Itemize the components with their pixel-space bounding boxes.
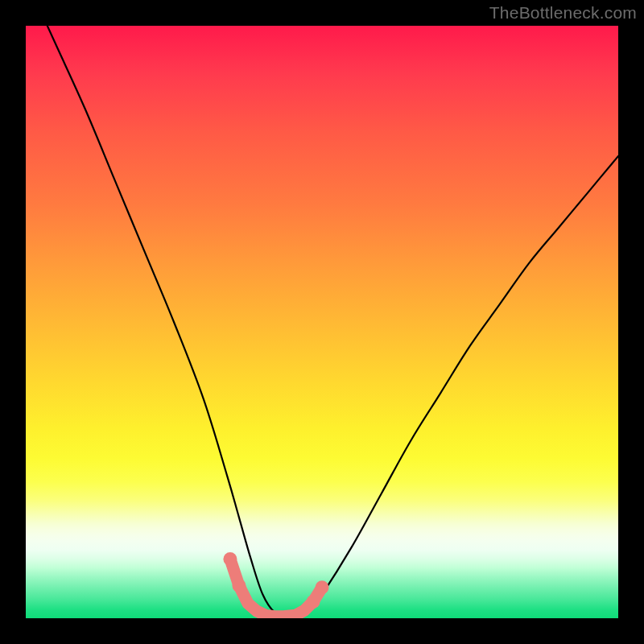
plot-area	[26, 26, 618, 618]
bottleneck-curve	[26, 26, 618, 616]
watermark-text: TheBottleneck.com	[489, 3, 637, 23]
optimum-marker-stroke	[230, 559, 322, 616]
bottleneck-curve-svg	[26, 26, 618, 618]
